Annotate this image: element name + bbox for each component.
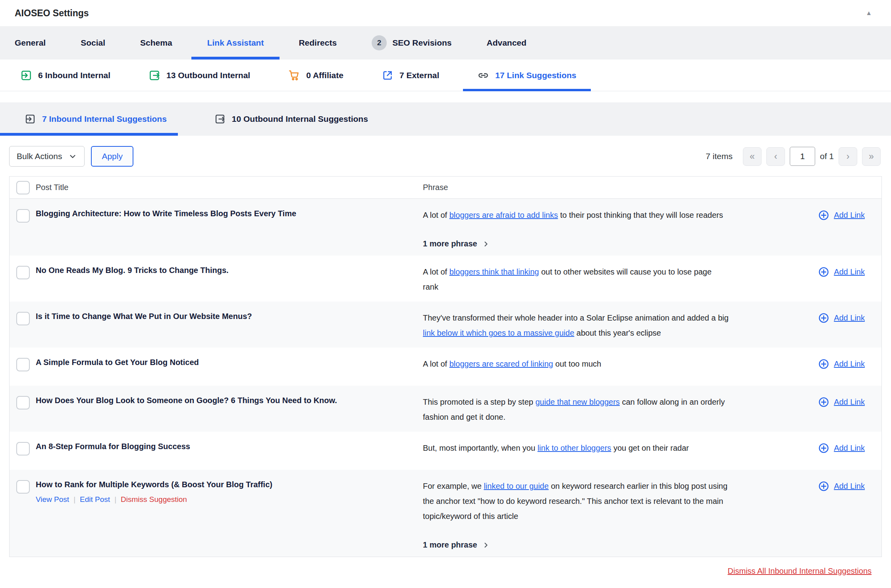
view-post-link[interactable]: View Post bbox=[36, 495, 69, 504]
box-arrow-out-icon bbox=[214, 113, 226, 125]
separator: | bbox=[73, 495, 75, 504]
collapse-panel-toggle[interactable]: ▲ bbox=[866, 10, 872, 17]
current-page-input[interactable] bbox=[790, 147, 815, 166]
row-checkbox[interactable] bbox=[16, 358, 30, 371]
prev-page-button[interactable]: ‹ bbox=[766, 147, 785, 166]
tab-label: Redirects bbox=[299, 38, 337, 48]
table-row: How Does Your Blog Look to Someone on Go… bbox=[10, 386, 881, 432]
row-checkbox[interactable] bbox=[16, 266, 30, 279]
first-page-button[interactable]: « bbox=[743, 147, 762, 166]
phrase-segment: on keyword research earlier in this blog… bbox=[549, 482, 727, 490]
table-row: An 8-Step Formula for Blogging SuccessBu… bbox=[10, 432, 881, 470]
subtab-7-external[interactable]: 7 External bbox=[382, 60, 439, 91]
phrase-anchor-link[interactable]: bloggers are afraid to add links bbox=[449, 211, 558, 219]
row-checkbox[interactable] bbox=[16, 442, 30, 455]
box-arrow-out-icon bbox=[148, 69, 160, 81]
phrase-segment: They've transformed their whole header i… bbox=[423, 313, 729, 322]
external-link-icon bbox=[382, 69, 393, 81]
post-title: Is it Time to Change What We Put in Our … bbox=[36, 310, 411, 322]
bulk-actions-label: Bulk Actions bbox=[17, 152, 62, 161]
table-row: Blogging Architecture: How to Write Time… bbox=[10, 199, 881, 256]
phrase-text: But, most importantly, when you link to … bbox=[423, 440, 780, 455]
subtab-label: 0 Affiliate bbox=[306, 71, 343, 80]
add-link-button[interactable]: Add Link bbox=[818, 310, 865, 325]
phrase-segment: rank bbox=[423, 282, 438, 291]
post-title: No One Reads My Blog. 9 Tricks to Change… bbox=[36, 264, 411, 276]
add-link-button[interactable]: Add Link bbox=[818, 264, 865, 279]
table-row: No One Reads My Blog. 9 Tricks to Change… bbox=[10, 256, 881, 302]
row-checkbox[interactable] bbox=[16, 312, 30, 325]
main-tab-bar: GeneralSocialSchemaLink AssistantRedirec… bbox=[0, 26, 891, 60]
subtab-0-affiliate[interactable]: 0 Affiliate bbox=[288, 60, 343, 91]
tab-social[interactable]: Social bbox=[81, 26, 105, 60]
chevron-right-icon bbox=[482, 541, 490, 549]
add-link-button[interactable]: Add Link bbox=[818, 478, 865, 494]
active-tab-underline bbox=[0, 133, 178, 136]
tab-advanced[interactable]: Advanced bbox=[487, 26, 526, 60]
count-badge: 2 bbox=[372, 35, 387, 50]
suggestion-tab-7-inbound-internal-suggestions[interactable]: 7 Inbound Internal Suggestions bbox=[25, 113, 167, 125]
last-page-button[interactable]: » bbox=[862, 147, 881, 166]
phrase-segment: can follow along in an orderly bbox=[620, 398, 725, 406]
phrase-anchor-link[interactable]: linked to our guide bbox=[484, 482, 548, 490]
add-link-label: Add Link bbox=[834, 444, 865, 453]
more-phrase-button[interactable]: 1 more phrase bbox=[423, 239, 794, 248]
phrase-anchor-link[interactable]: bloggers are scared of linking bbox=[449, 359, 553, 368]
more-phrase-button[interactable]: 1 more phrase bbox=[423, 540, 794, 550]
circle-plus-icon bbox=[818, 209, 829, 221]
circle-plus-icon bbox=[818, 480, 829, 492]
edit-post-link[interactable]: Edit Post bbox=[80, 495, 110, 504]
circle-plus-icon bbox=[818, 442, 829, 454]
row-checkbox[interactable] bbox=[16, 209, 30, 223]
phrase-segment: you get on their radar bbox=[611, 444, 689, 452]
add-link-label: Add Link bbox=[834, 267, 865, 277]
phrase-text: A lot of bloggers think that linking out… bbox=[423, 264, 780, 294]
tab-link-assistant[interactable]: Link Assistant bbox=[207, 26, 264, 60]
suggestion-tab-label: 10 Outbound Internal Suggestions bbox=[232, 114, 368, 124]
phrase-anchor-link[interactable]: link below it which goes to a massive gu… bbox=[423, 329, 574, 337]
suggestion-tab-10-outbound-internal-suggestions[interactable]: 10 Outbound Internal Suggestions bbox=[214, 113, 368, 125]
next-page-button[interactable]: › bbox=[839, 147, 857, 166]
page-title: AIOSEO Settings bbox=[15, 8, 89, 19]
circle-plus-icon bbox=[818, 396, 829, 408]
chain-link-icon bbox=[477, 69, 489, 81]
circle-plus-icon bbox=[818, 266, 829, 278]
phrase-segment: This promoted is a step by step bbox=[423, 398, 535, 406]
separator: | bbox=[114, 495, 116, 504]
tab-label: Social bbox=[81, 38, 105, 48]
phrase-anchor-link[interactable]: bloggers think that linking bbox=[449, 267, 539, 276]
add-link-button[interactable]: Add Link bbox=[818, 208, 865, 223]
add-link-button[interactable]: Add Link bbox=[818, 440, 865, 455]
subtab-6-inbound-internal[interactable]: 6 Inbound Internal bbox=[20, 60, 110, 91]
circle-plus-icon bbox=[818, 358, 829, 370]
add-link-button[interactable]: Add Link bbox=[818, 356, 865, 371]
apply-button[interactable]: Apply bbox=[91, 146, 133, 167]
total-pages-label: of 1 bbox=[820, 152, 834, 161]
subtab-13-outbound-internal[interactable]: 13 Outbound Internal bbox=[148, 60, 250, 91]
phrase-segment: topic/keyword of this article bbox=[423, 512, 518, 521]
row-checkbox[interactable] bbox=[16, 480, 30, 494]
table-row: How to Rank for Multiple Keywords (& Boo… bbox=[10, 470, 881, 557]
tab-schema[interactable]: Schema bbox=[140, 26, 172, 60]
select-all-checkbox[interactable] bbox=[16, 181, 30, 194]
tab-redirects[interactable]: Redirects bbox=[299, 26, 337, 60]
add-link-label: Add Link bbox=[834, 359, 865, 369]
bulk-actions-dropdown[interactable]: Bulk Actions bbox=[9, 146, 85, 167]
add-link-label: Add Link bbox=[834, 398, 865, 407]
row-checkbox[interactable] bbox=[16, 396, 30, 409]
phrase-anchor-link[interactable]: link to other bloggers bbox=[538, 444, 611, 452]
add-link-button[interactable]: Add Link bbox=[818, 394, 865, 409]
tab-general[interactable]: General bbox=[15, 26, 46, 60]
phrase-anchor-link[interactable]: guide that new bloggers bbox=[535, 398, 619, 406]
chevron-down-icon bbox=[68, 152, 77, 161]
subtab-17-link-suggestions[interactable]: 17 Link Suggestions bbox=[477, 60, 576, 91]
dismiss-all-link[interactable]: Dismiss All Inbound Internal Suggestions bbox=[728, 567, 872, 575]
circle-plus-icon bbox=[818, 312, 829, 324]
tab-seo-revisions[interactable]: 2SEO Revisions bbox=[372, 26, 451, 60]
subtab-label: 6 Inbound Internal bbox=[38, 71, 110, 80]
pagination: 7 items « ‹ of 1 › » bbox=[706, 147, 881, 166]
add-link-label: Add Link bbox=[834, 313, 865, 323]
dismiss-suggestion-link[interactable]: Dismiss Suggestion bbox=[121, 495, 187, 504]
phrase-segment: For example, we bbox=[423, 482, 484, 490]
phrase-segment: out too much bbox=[553, 359, 601, 368]
